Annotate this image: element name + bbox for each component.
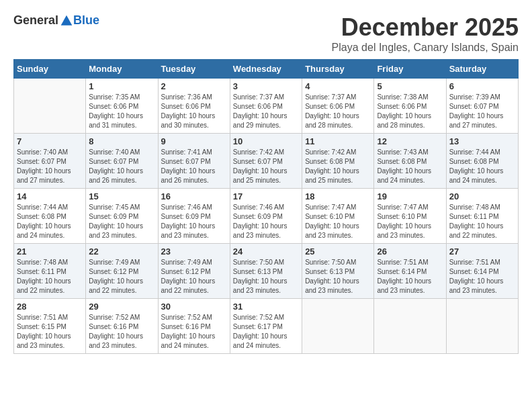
day-number: 23: [161, 246, 227, 257]
day-number: 8: [89, 136, 154, 146]
day-info: Sunrise: 7:52 AM Sunset: 6:16 PM Dayligh…: [89, 313, 154, 351]
calendar-cell: 9Sunrise: 7:41 AM Sunset: 6:07 PM Daylig…: [158, 134, 230, 189]
day-number: 27: [449, 246, 515, 257]
calendar-cell: 23Sunrise: 7:49 AM Sunset: 6:12 PM Dayli…: [158, 244, 230, 299]
day-info: Sunrise: 7:48 AM Sunset: 6:11 PM Dayligh…: [449, 203, 515, 240]
calendar-cell: 7Sunrise: 7:40 AM Sunset: 6:07 PM Daylig…: [14, 134, 86, 189]
day-info: Sunrise: 7:38 AM Sunset: 6:06 PM Dayligh…: [377, 93, 443, 130]
day-number: 25: [305, 246, 371, 257]
logo: General Blue: [13, 13, 99, 28]
calendar-cell: 30Sunrise: 7:52 AM Sunset: 6:16 PM Dayli…: [158, 299, 230, 354]
day-number: 20: [449, 191, 515, 201]
logo-blue: Blue: [73, 13, 99, 28]
day-number: 13: [449, 136, 515, 146]
calendar-cell: 5Sunrise: 7:38 AM Sunset: 6:06 PM Daylig…: [374, 79, 446, 134]
calendar-cell: 11Sunrise: 7:42 AM Sunset: 6:08 PM Dayli…: [302, 134, 374, 189]
calendar-table: SundayMondayTuesdayWednesdayThursdayFrid…: [13, 59, 519, 354]
calendar-cell: 27Sunrise: 7:51 AM Sunset: 6:14 PM Dayli…: [446, 244, 518, 299]
day-number: 22: [89, 246, 154, 257]
calendar-cell: [302, 299, 374, 354]
calendar-cell: 17Sunrise: 7:46 AM Sunset: 6:09 PM Dayli…: [230, 189, 302, 244]
day-number: 28: [17, 302, 83, 312]
title-section: December 2025 Playa del Ingles, Canary I…: [332, 13, 519, 54]
day-info: Sunrise: 7:48 AM Sunset: 6:11 PM Dayligh…: [17, 258, 83, 295]
calendar-header-tuesday: Tuesday: [158, 60, 230, 79]
calendar-cell: 26Sunrise: 7:51 AM Sunset: 6:14 PM Dayli…: [374, 244, 446, 299]
day-info: Sunrise: 7:37 AM Sunset: 6:06 PM Dayligh…: [305, 93, 371, 130]
day-number: 4: [305, 81, 371, 91]
day-number: 11: [305, 136, 371, 146]
calendar-cell: 24Sunrise: 7:50 AM Sunset: 6:13 PM Dayli…: [230, 244, 302, 299]
day-number: 16: [161, 191, 227, 201]
day-number: 10: [233, 136, 299, 146]
day-info: Sunrise: 7:39 AM Sunset: 6:07 PM Dayligh…: [449, 93, 515, 130]
day-info: Sunrise: 7:44 AM Sunset: 6:08 PM Dayligh…: [17, 203, 83, 240]
day-number: 1: [89, 81, 154, 91]
day-info: Sunrise: 7:46 AM Sunset: 6:09 PM Dayligh…: [161, 203, 227, 240]
day-info: Sunrise: 7:52 AM Sunset: 6:16 PM Dayligh…: [161, 313, 227, 351]
day-info: Sunrise: 7:42 AM Sunset: 6:07 PM Dayligh…: [233, 148, 299, 185]
day-info: Sunrise: 7:49 AM Sunset: 6:12 PM Dayligh…: [89, 258, 154, 295]
day-number: 30: [161, 302, 227, 312]
calendar-cell: [446, 299, 518, 354]
calendar-week-row: 1Sunrise: 7:35 AM Sunset: 6:06 PM Daylig…: [14, 79, 519, 134]
calendar-cell: 21Sunrise: 7:48 AM Sunset: 6:11 PM Dayli…: [14, 244, 86, 299]
day-number: 2: [161, 81, 227, 91]
day-info: Sunrise: 7:35 AM Sunset: 6:06 PM Dayligh…: [89, 93, 154, 130]
day-info: Sunrise: 7:41 AM Sunset: 6:07 PM Dayligh…: [161, 148, 227, 185]
calendar-cell: [374, 299, 446, 354]
day-number: 29: [89, 302, 154, 312]
calendar-cell: 8Sunrise: 7:40 AM Sunset: 6:07 PM Daylig…: [86, 134, 158, 189]
day-info: Sunrise: 7:52 AM Sunset: 6:17 PM Dayligh…: [233, 313, 299, 351]
calendar-cell: 6Sunrise: 7:39 AM Sunset: 6:07 PM Daylig…: [446, 79, 518, 134]
day-number: 18: [305, 191, 371, 201]
calendar-header-thursday: Thursday: [302, 60, 374, 79]
calendar-header-friday: Friday: [374, 60, 446, 79]
calendar-cell: 1Sunrise: 7:35 AM Sunset: 6:06 PM Daylig…: [86, 79, 158, 134]
day-info: Sunrise: 7:51 AM Sunset: 6:15 PM Dayligh…: [17, 313, 83, 351]
day-number: 3: [233, 81, 299, 91]
calendar-cell: 20Sunrise: 7:48 AM Sunset: 6:11 PM Dayli…: [446, 189, 518, 244]
day-info: Sunrise: 7:50 AM Sunset: 6:13 PM Dayligh…: [305, 258, 371, 295]
calendar-cell: 3Sunrise: 7:37 AM Sunset: 6:06 PM Daylig…: [230, 79, 302, 134]
calendar-cell: 19Sunrise: 7:47 AM Sunset: 6:10 PM Dayli…: [374, 189, 446, 244]
calendar-header-saturday: Saturday: [446, 60, 518, 79]
day-info: Sunrise: 7:49 AM Sunset: 6:12 PM Dayligh…: [161, 258, 227, 295]
day-number: 26: [377, 246, 443, 257]
calendar-cell: [14, 79, 86, 134]
day-info: Sunrise: 7:42 AM Sunset: 6:08 PM Dayligh…: [305, 148, 371, 185]
calendar-cell: 29Sunrise: 7:52 AM Sunset: 6:16 PM Dayli…: [86, 299, 158, 354]
calendar-header-row: SundayMondayTuesdayWednesdayThursdayFrid…: [14, 60, 519, 79]
day-info: Sunrise: 7:37 AM Sunset: 6:06 PM Dayligh…: [233, 93, 299, 130]
day-info: Sunrise: 7:36 AM Sunset: 6:06 PM Dayligh…: [161, 93, 227, 130]
day-number: 15: [89, 191, 154, 201]
calendar-cell: 12Sunrise: 7:43 AM Sunset: 6:08 PM Dayli…: [374, 134, 446, 189]
day-info: Sunrise: 7:50 AM Sunset: 6:13 PM Dayligh…: [233, 258, 299, 295]
day-info: Sunrise: 7:45 AM Sunset: 6:09 PM Dayligh…: [89, 203, 154, 240]
calendar-week-row: 14Sunrise: 7:44 AM Sunset: 6:08 PM Dayli…: [14, 189, 519, 244]
day-info: Sunrise: 7:43 AM Sunset: 6:08 PM Dayligh…: [377, 148, 443, 185]
day-info: Sunrise: 7:44 AM Sunset: 6:08 PM Dayligh…: [449, 148, 515, 185]
calendar-cell: 15Sunrise: 7:45 AM Sunset: 6:09 PM Dayli…: [86, 189, 158, 244]
calendar-header-wednesday: Wednesday: [230, 60, 302, 79]
calendar-cell: 31Sunrise: 7:52 AM Sunset: 6:17 PM Dayli…: [230, 299, 302, 354]
day-number: 6: [449, 81, 515, 91]
calendar-header-sunday: Sunday: [14, 60, 86, 79]
logo-general: General: [13, 13, 58, 28]
day-info: Sunrise: 7:51 AM Sunset: 6:14 PM Dayligh…: [377, 258, 443, 295]
day-info: Sunrise: 7:46 AM Sunset: 6:09 PM Dayligh…: [233, 203, 299, 240]
svg-marker-0: [61, 15, 73, 25]
calendar-cell: 28Sunrise: 7:51 AM Sunset: 6:15 PM Dayli…: [14, 299, 86, 354]
day-info: Sunrise: 7:40 AM Sunset: 6:07 PM Dayligh…: [17, 148, 83, 185]
day-number: 5: [377, 81, 443, 91]
day-info: Sunrise: 7:40 AM Sunset: 6:07 PM Dayligh…: [89, 148, 154, 185]
calendar-cell: 4Sunrise: 7:37 AM Sunset: 6:06 PM Daylig…: [302, 79, 374, 134]
calendar-cell: 2Sunrise: 7:36 AM Sunset: 6:06 PM Daylig…: [158, 79, 230, 134]
calendar-week-row: 28Sunrise: 7:51 AM Sunset: 6:15 PM Dayli…: [14, 299, 519, 354]
month-title: December 2025: [332, 13, 519, 42]
day-number: 24: [233, 246, 299, 257]
day-number: 17: [233, 191, 299, 201]
logo-icon: [60, 14, 73, 28]
day-number: 9: [161, 136, 227, 146]
day-number: 31: [233, 302, 299, 312]
